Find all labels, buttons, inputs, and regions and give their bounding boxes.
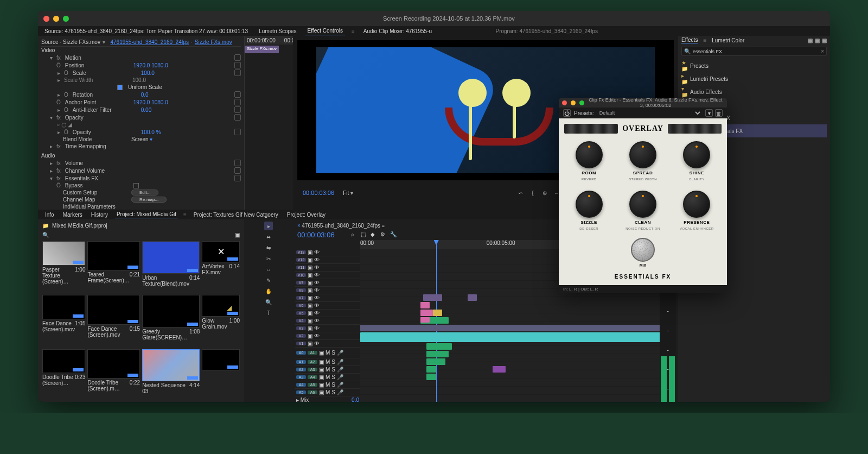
- reset-icon[interactable]: [234, 91, 241, 98]
- timeline-clip[interactable]: [493, 366, 505, 373]
- reset-icon[interactable]: [234, 175, 241, 181]
- hand-tool-icon[interactable]: ✋: [264, 287, 273, 295]
- knob-clean[interactable]: CLEANNOISE REDUCTION: [622, 191, 663, 230]
- markers-tab[interactable]: Markers: [61, 211, 84, 218]
- timeline-clip[interactable]: [426, 343, 452, 350]
- knob-shine[interactable]: SHINECLARITY: [676, 141, 717, 181]
- effects-icon[interactable]: ▦: [808, 37, 813, 43]
- trash-preset-icon[interactable]: 🗑: [715, 109, 723, 117]
- video-track-header[interactable]: V6▣👁: [295, 302, 360, 310]
- timeline-clip[interactable]: [426, 374, 436, 380]
- marker-icon[interactable]: ◆: [371, 231, 378, 239]
- audio-track-header[interactable]: A4A5▣MS🎤: [295, 381, 360, 389]
- project-item[interactable]: [202, 349, 240, 401]
- timeline-clip[interactable]: [468, 294, 477, 301]
- project-item[interactable]: Doodle Tribe (Screen)…0:23: [42, 349, 85, 401]
- effects-tree-item[interactable]: ▸ 📁Lumetri Presets: [681, 72, 827, 85]
- pen-tool-icon[interactable]: ✎: [264, 276, 273, 285]
- bin-icon[interactable]: 📁: [42, 223, 49, 229]
- reset-icon[interactable]: [234, 160, 241, 166]
- video-track-header[interactable]: V7▣👁: [295, 294, 360, 302]
- project-overlay-tab[interactable]: Project: Overlay: [285, 211, 327, 218]
- project-item[interactable]: Nested Sequence 034:14: [142, 349, 200, 401]
- project-item[interactable]: Face Dance (Screen).mov1:05: [42, 295, 85, 346]
- video-track-header[interactable]: V8▣👁: [295, 287, 360, 294]
- timeline-clip[interactable]: [360, 332, 676, 342]
- timeline-clip[interactable]: [426, 358, 445, 365]
- close-icon[interactable]: [43, 16, 49, 22]
- timeline-clip[interactable]: [433, 310, 442, 316]
- mix-knob[interactable]: MIX: [631, 238, 655, 267]
- video-track-header[interactable]: V11▣👁: [295, 264, 360, 272]
- effects-icon[interactable]: ▦: [815, 37, 820, 43]
- transport-icon[interactable]: ⤺: [516, 188, 525, 197]
- video-track-header[interactable]: V10▣👁: [295, 272, 360, 279]
- power-icon[interactable]: ⏻: [563, 109, 571, 117]
- folder-icon[interactable]: ▣: [235, 232, 240, 238]
- project-item[interactable]: Face Dance (Screen).mov0:15: [87, 295, 140, 346]
- video-track-header[interactable]: V4▣👁: [295, 317, 360, 325]
- clip-link[interactable]: Sizzle FXs.mov: [195, 39, 232, 45]
- source-tab[interactable]: Source: 4761955-uhd_3840_2160_24fps: Tor…: [42, 27, 250, 35]
- minimize-icon[interactable]: [571, 100, 576, 105]
- close-icon[interactable]: [562, 100, 567, 105]
- zoom-icon[interactable]: [63, 16, 69, 22]
- reset-icon[interactable]: [234, 114, 241, 121]
- timeline-clip[interactable]: [426, 366, 436, 373]
- program-timecode[interactable]: 00:00:03:06: [303, 190, 334, 196]
- project-breadcrumb[interactable]: Mixed MEdia Gif.prproj: [52, 223, 107, 229]
- transport-icon[interactable]: {: [528, 188, 537, 197]
- snap-icon[interactable]: ⌕: [351, 231, 359, 239]
- info-tab[interactable]: Info: [43, 211, 56, 218]
- reset-icon[interactable]: [234, 129, 241, 135]
- scale-value[interactable]: 100.0: [141, 70, 206, 76]
- fit-select[interactable]: Fit ▾: [343, 190, 353, 196]
- knob-room[interactable]: ROOMREVERB: [569, 141, 609, 181]
- effects-tab[interactable]: Effects: [681, 37, 698, 43]
- effects-search[interactable]: 🔍 ×: [681, 47, 827, 56]
- knob-sizzle[interactable]: SIZZLEDE-ESSER: [569, 191, 609, 230]
- timeline-clip[interactable]: [420, 302, 430, 308]
- video-track-header[interactable]: V9▣👁: [295, 279, 360, 287]
- individual-params-label[interactable]: Individual Parameters: [63, 204, 128, 210]
- project-item[interactable]: Doodle Tribe (Screen).m…0:22: [87, 349, 140, 401]
- lumetri-scopes-tab[interactable]: Lumetri Scopes: [257, 27, 298, 35]
- sequence-tab[interactable]: 4761955-uhd_3840_2160_24fps: [302, 223, 380, 229]
- razor-tool-icon[interactable]: ✂: [264, 254, 273, 263]
- project-item[interactable]: Urban Texture(Blend).mov0:14: [142, 241, 200, 293]
- opacity-effect[interactable]: Opacity: [65, 115, 130, 121]
- project-item[interactable]: Glow Grain.mov1:00: [202, 295, 240, 346]
- project-item[interactable]: Pasper Texture (Screen)…1:00: [42, 241, 85, 293]
- reset-icon[interactable]: [234, 99, 241, 105]
- reset-icon[interactable]: [234, 167, 241, 174]
- edit-button[interactable]: Edit...: [131, 190, 158, 196]
- motion-effect[interactable]: Motion: [65, 55, 130, 61]
- transport-icon[interactable]: ⊕: [540, 188, 549, 197]
- effects-tree-item[interactable]: ▾ 📁Audio Effects: [681, 85, 827, 98]
- knob-spread[interactable]: SPREADSTEREO WIDTH: [622, 141, 663, 181]
- uniform-scale-checkbox[interactable]: [117, 85, 123, 90]
- video-track-header[interactable]: V1▣👁: [295, 340, 360, 348]
- timeline-timecode[interactable]: 00:00:03:06: [297, 231, 335, 239]
- timeline-clip[interactable]: [420, 317, 430, 323]
- slip-tool-icon[interactable]: ↔: [264, 265, 273, 274]
- history-tab[interactable]: History: [90, 211, 110, 218]
- type-tool-icon[interactable]: T: [264, 308, 273, 317]
- audio-track-header[interactable]: A3A4▣MS🎤: [295, 374, 360, 381]
- timeline-clip[interactable]: [420, 310, 433, 316]
- ripple-tool-icon[interactable]: ⇆: [264, 243, 273, 252]
- link-icon[interactable]: ⬚: [361, 231, 368, 239]
- antiflicker-value[interactable]: 0.00: [141, 107, 206, 113]
- video-track-header[interactable]: V13▣👁: [295, 249, 360, 256]
- bypass-checkbox[interactable]: [133, 183, 139, 188]
- lumetri-color-tab[interactable]: Lumetri Color: [712, 37, 744, 43]
- volume-effect[interactable]: Volume: [65, 160, 130, 166]
- timeline-clip[interactable]: [423, 294, 442, 301]
- reset-icon[interactable]: [234, 70, 241, 76]
- effects-tree-item[interactable]: ★ 📁Presets: [681, 59, 827, 72]
- reset-icon[interactable]: [234, 106, 241, 113]
- wrench-icon[interactable]: 🔧: [390, 231, 398, 239]
- position-value[interactable]: 1920.0 1080.0: [133, 62, 199, 68]
- search-icon[interactable]: 🔍: [42, 232, 49, 238]
- remap-button[interactable]: Re-map...: [131, 197, 167, 203]
